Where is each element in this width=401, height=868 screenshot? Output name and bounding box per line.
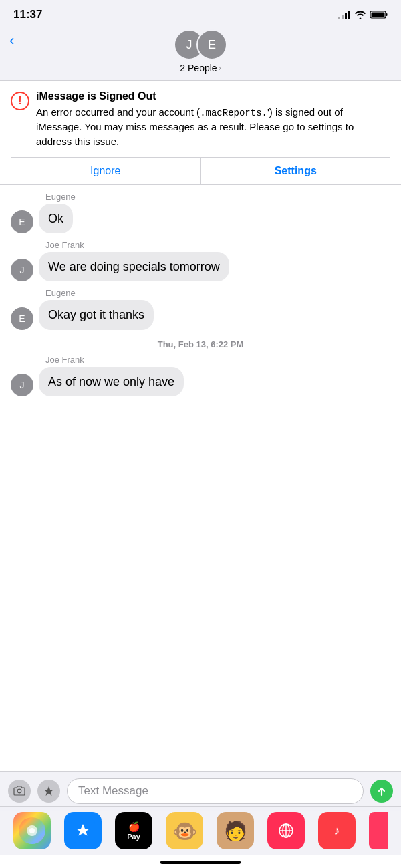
browser-icon	[275, 819, 297, 842]
svg-rect-1	[386, 13, 388, 16]
settings-button[interactable]: Settings	[201, 158, 391, 184]
messages-area: Eugene E Ok Joe Frank J We are doing spe…	[0, 185, 401, 407]
alert-title: iMessage is Signed Out	[36, 90, 390, 102]
appstore-input-button[interactable]	[37, 780, 60, 803]
svg-text:♪: ♪	[334, 824, 340, 837]
message-row-1: E Ok	[11, 204, 390, 233]
status-time: 11:37	[13, 8, 42, 21]
back-button[interactable]: ‹	[9, 32, 14, 49]
memoji1-icon: 🐵	[172, 819, 197, 843]
svg-rect-2	[372, 13, 385, 17]
send-button[interactable]	[370, 780, 393, 803]
dock-memoji1[interactable]: 🐵	[166, 812, 203, 849]
chevron-right-icon: ›	[219, 63, 221, 73]
avatar-group: J E	[174, 29, 227, 60]
camera-button[interactable]	[8, 780, 31, 803]
memoji2-icon: 🧑	[224, 820, 247, 842]
sender-label-4: Joe Frank	[45, 355, 390, 365]
battery-icon	[370, 10, 388, 19]
sender-label-3: Eugene	[45, 288, 390, 298]
photos-icon	[19, 817, 45, 844]
alert-text: iMessage is Signed Out An error occurred…	[36, 90, 390, 149]
applepay-apple: 🍎	[128, 821, 140, 832]
home-indicator	[160, 861, 241, 864]
bubble-2: We are doing specials tomorrow	[39, 252, 229, 281]
avatar-eugene-1: E	[11, 210, 33, 233]
alert-exclamation-icon: !	[11, 92, 29, 110]
camera-icon	[13, 786, 25, 797]
message-row-3: E Okay got it thanks	[11, 300, 390, 329]
signal-icon	[338, 10, 350, 19]
dock-partial	[369, 812, 388, 849]
applepay-label: Pay	[127, 833, 140, 841]
dock-memoji2[interactable]: 🧑	[217, 812, 254, 849]
dock-photos[interactable]	[13, 812, 51, 849]
sender-label-2: Joe Frank	[45, 240, 390, 250]
messages-scroll: Eugene E Ok Joe Frank J We are doing spe…	[0, 185, 401, 868]
svg-point-3	[17, 789, 21, 793]
people-label[interactable]: 2 People ›	[180, 63, 221, 74]
avatar-joe-2: J	[11, 374, 33, 396]
avatar-eugene-2: E	[11, 307, 33, 330]
music-icon: ♪	[325, 819, 348, 842]
dock-appstore[interactable]	[64, 812, 102, 849]
alert-actions: Ignore Settings	[11, 157, 390, 184]
appstore-icon	[43, 785, 55, 797]
appstore-dock-icon	[71, 819, 95, 843]
message-input-wrapper[interactable]: Text Message	[67, 778, 364, 804]
status-bar: 11:37	[0, 0, 401, 25]
alert-banner: ! iMessage is Signed Out An error occurr…	[0, 81, 401, 185]
input-bar: Text Message	[0, 771, 401, 811]
status-icons	[338, 10, 388, 19]
message-row-4: J As of now we only have	[11, 367, 390, 396]
bubble-3: Okay got it thanks	[39, 300, 154, 329]
avatar-e: E	[196, 29, 227, 60]
dock-browser[interactable]	[267, 812, 305, 849]
dock-applepay[interactable]: 🍎 Pay	[115, 812, 152, 849]
dock-music[interactable]: ♪	[318, 812, 356, 849]
alert-account: .macReports.	[200, 108, 267, 118]
ignore-button[interactable]: Ignore	[11, 158, 201, 184]
alert-body: An error occurred and your account (.mac…	[36, 105, 390, 149]
timestamp-center: Thu, Feb 13, 6:22 PM	[11, 339, 390, 349]
svg-point-6	[29, 828, 35, 833]
message-row-2: J We are doing specials tomorrow	[11, 252, 390, 281]
nav-header: ‹ J E 2 People ›	[0, 25, 401, 81]
wifi-icon	[354, 10, 366, 19]
send-arrow-icon	[376, 786, 387, 797]
message-input-placeholder[interactable]: Text Message	[78, 784, 148, 798]
bubble-4: As of now we only have	[39, 367, 184, 396]
sender-label-1: Eugene	[45, 192, 390, 202]
bubble-1: Ok	[39, 204, 73, 233]
avatar-joe-1: J	[11, 259, 33, 281]
dock: 🍎 Pay 🐵 🧑 ♪	[0, 806, 401, 855]
